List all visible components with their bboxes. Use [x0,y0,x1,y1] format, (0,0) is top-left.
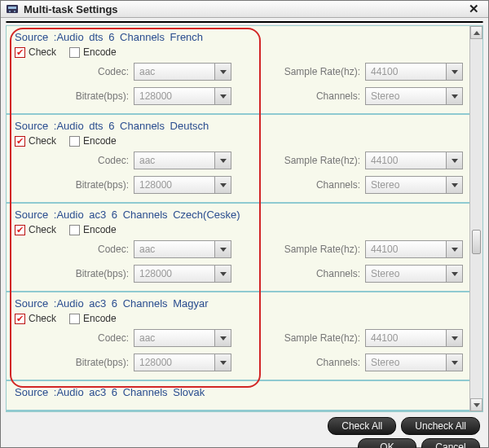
channels-select[interactable]: Stereo [365,87,463,105]
close-icon[interactable]: ✕ [465,1,483,17]
chevron-down-icon[interactable] [446,152,462,169]
samplerate-select[interactable]: 44100 [365,152,463,169]
samplerate-value: 44100 [371,332,398,344]
source-title: Source :Audio ac3 6 Channels Magyar [15,297,463,310]
encode-option[interactable]: Encode [69,135,117,147]
chevron-down-icon[interactable] [214,177,231,193]
ok-button[interactable]: OK [358,438,416,448]
codec-label: Codec: [98,332,129,344]
check-row: CheckEncode [15,135,463,147]
check-row: CheckEncode [15,46,463,58]
chevron-down-icon[interactable] [446,330,462,346]
encode-label: Encode [83,313,117,324]
chevron-down-icon[interactable] [446,266,462,282]
samplerate-value: 44100 [371,66,398,77]
chevron-down-icon[interactable] [214,152,231,169]
vertical-scrollbar[interactable] [469,26,482,411]
scroll-down-button[interactable] [470,398,482,411]
samplerate-select[interactable]: 44100 [365,240,463,258]
samplerate-select[interactable]: 44100 [365,63,463,81]
chevron-down-icon[interactable] [446,88,462,104]
channels-value: Stereo [371,268,399,279]
cancel-button[interactable]: Cancel [421,438,480,448]
codec-value: aac [139,155,155,166]
uncheck-all-button[interactable]: Uncheck All [401,417,480,435]
codec-label: Codec: [98,155,129,166]
bitrate-value: 128000 [139,179,172,191]
bitrate-select[interactable]: 128000 [134,176,231,194]
chevron-down-icon[interactable] [446,64,462,80]
button-row-1: Check All Uncheck All [1,412,488,438]
chevron-down-icon[interactable] [214,330,231,346]
scroll-up-button[interactable] [470,26,482,39]
chevron-down-icon[interactable] [214,88,231,104]
check-option[interactable]: Check [15,46,56,58]
chevron-down-icon[interactable] [446,354,462,371]
chevron-down-icon[interactable] [214,64,231,80]
encode-option[interactable]: Encode [69,224,117,235]
channels-field: Channels:Stereo [246,354,463,371]
check-all-button[interactable]: Check All [328,417,396,435]
check-checkbox[interactable] [15,225,25,235]
window-title: Multi-task Settings [24,3,118,15]
samplerate-select[interactable]: 44100 [365,329,463,347]
source-block: Source :Audio dts 6 Channels FrenchCheck… [7,26,469,115]
scroll-thumb[interactable] [472,230,481,254]
bitrate-select[interactable]: 128000 [134,354,231,371]
samplerate-field: Sample Rate(hz):44100 [246,152,463,169]
channels-select[interactable]: Stereo [365,265,463,283]
encode-checkbox[interactable] [69,47,80,58]
source-title: Source :Audio ac3 6 Channels Slovak [15,386,463,398]
samplerate-label: Sample Rate(hz): [284,332,360,344]
codec-field: Codec:aac [15,240,231,258]
chevron-down-icon[interactable] [214,354,231,371]
field-grid: Codec:aacSample Rate(hz):44100Bitrate(bp… [15,152,463,194]
svg-point-2 [9,11,11,12]
source-block: Source :Audio dts 6 Channels DeutschChec… [7,115,469,204]
samplerate-field: Sample Rate(hz):44100 [246,63,463,81]
channels-field: Channels:Stereo [246,176,463,194]
bitrate-field: Bitrate(bps):128000 [15,265,231,283]
check-option[interactable]: Check [15,135,56,147]
chevron-down-icon[interactable] [214,266,231,282]
chevron-down-icon[interactable] [446,177,462,193]
encode-checkbox[interactable] [69,225,80,235]
codec-select[interactable]: aac [134,152,231,169]
check-checkbox[interactable] [15,314,25,324]
titlebar: Multi-task Settings ✕ [1,1,488,18]
encode-checkbox[interactable] [69,136,80,147]
check-label: Check [29,224,56,235]
scroll-area: Source :Audio dts 6 Channels FrenchCheck… [7,26,469,411]
bitrate-select[interactable]: 128000 [134,265,231,283]
check-row: CheckEncode [15,224,463,235]
codec-select[interactable]: aac [134,329,231,347]
check-option[interactable]: Check [15,313,56,324]
chevron-down-icon[interactable] [214,241,231,257]
codec-field: Codec:aac [15,152,231,169]
codec-select[interactable]: aac [134,240,231,258]
bitrate-field: Bitrate(bps):128000 [15,176,231,194]
codec-value: aac [139,66,155,77]
tabbar: Video Audio Subtitle [6,21,483,23]
codec-value: aac [139,332,155,344]
codec-select[interactable]: aac [134,63,231,81]
bitrate-select[interactable]: 128000 [134,87,231,105]
source-block: Source :Audio ac3 6 Channels Czech(Ceske… [7,204,469,292]
source-title: Source :Audio ac3 6 Channels Czech(Ceske… [15,209,463,221]
check-checkbox[interactable] [15,136,25,147]
check-checkbox[interactable] [15,47,25,58]
chevron-down-icon[interactable] [446,241,462,257]
samplerate-label: Sample Rate(hz): [284,244,360,255]
channels-label: Channels: [316,357,360,368]
content-area: Source :Audio dts 6 Channels FrenchCheck… [6,25,483,412]
encode-checkbox[interactable] [69,314,80,324]
encode-option[interactable]: Encode [69,46,117,58]
check-option[interactable]: Check [15,224,56,235]
encode-option[interactable]: Encode [69,313,117,324]
bitrate-value: 128000 [139,90,172,102]
source-title: Source :Audio dts 6 Channels Deutsch [15,120,463,132]
channels-select[interactable]: Stereo [365,354,463,371]
source-title: Source :Audio dts 6 Channels French [15,31,463,43]
channels-select[interactable]: Stereo [365,176,463,194]
bitrate-field: Bitrate(bps):128000 [15,354,231,371]
